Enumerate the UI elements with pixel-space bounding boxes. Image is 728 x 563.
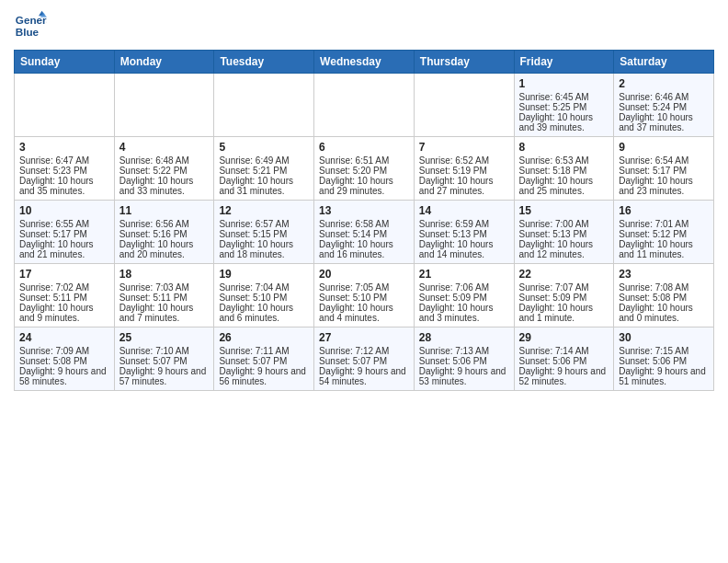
- day-info-line: Sunrise: 7:13 AM: [419, 346, 509, 356]
- day-info-line: Sunrise: 6:57 AM: [219, 219, 309, 229]
- day-info-line: Sunset: 5:13 PM: [419, 229, 509, 239]
- calendar-cell: 16Sunrise: 7:01 AMSunset: 5:12 PMDayligh…: [614, 201, 714, 264]
- calendar-week-3: 10Sunrise: 6:55 AMSunset: 5:17 PMDayligh…: [15, 201, 714, 264]
- day-number: 27: [319, 331, 409, 344]
- calendar-cell: 5Sunrise: 6:49 AMSunset: 5:21 PMDaylight…: [214, 137, 314, 201]
- day-info-line: Daylight: 10 hours and 23 minutes.: [619, 176, 709, 196]
- calendar-cell: 1Sunrise: 6:45 AMSunset: 5:25 PMDaylight…: [514, 74, 614, 137]
- day-number: 13: [319, 204, 409, 217]
- day-info-line: Daylight: 9 hours and 54 minutes.: [319, 366, 409, 386]
- day-info-line: Sunset: 5:18 PM: [519, 166, 609, 176]
- day-info-line: Sunset: 5:08 PM: [19, 356, 109, 366]
- day-info-line: Daylight: 10 hours and 3 minutes.: [419, 303, 509, 323]
- day-info-line: Daylight: 10 hours and 6 minutes.: [219, 303, 309, 323]
- weekday-header-friday: Friday: [514, 51, 614, 74]
- day-info-line: Daylight: 10 hours and 9 minutes.: [19, 303, 109, 323]
- calendar-cell: 7Sunrise: 6:52 AMSunset: 5:19 PMDaylight…: [414, 137, 514, 201]
- day-info-line: Sunset: 5:22 PM: [119, 166, 210, 176]
- day-info-line: Daylight: 10 hours and 39 minutes.: [519, 112, 609, 132]
- day-info-line: Sunset: 5:25 PM: [519, 102, 609, 112]
- day-info-line: Sunrise: 6:56 AM: [119, 219, 210, 229]
- page-header: General Blue: [14, 9, 714, 42]
- calendar-cell: 9Sunrise: 6:54 AMSunset: 5:17 PMDaylight…: [614, 137, 714, 201]
- day-number: 17: [19, 268, 109, 281]
- day-info-line: Daylight: 9 hours and 52 minutes.: [519, 366, 609, 386]
- day-info-line: Sunrise: 6:52 AM: [419, 155, 509, 166]
- day-number: 20: [319, 268, 409, 281]
- day-info-line: Sunset: 5:16 PM: [119, 229, 210, 239]
- day-info-line: Daylight: 10 hours and 7 minutes.: [119, 303, 210, 323]
- calendar-week-5: 24Sunrise: 7:09 AMSunset: 5:08 PMDayligh…: [15, 327, 714, 391]
- day-info-line: Sunrise: 7:15 AM: [619, 346, 709, 356]
- logo: General Blue: [14, 9, 47, 42]
- day-number: 1: [519, 77, 609, 90]
- calendar-cell: 22Sunrise: 7:07 AMSunset: 5:09 PMDayligh…: [514, 264, 614, 327]
- calendar-week-1: 1Sunrise: 6:45 AMSunset: 5:25 PMDaylight…: [15, 74, 714, 137]
- day-info-line: Sunset: 5:10 PM: [319, 293, 409, 303]
- day-info-line: Daylight: 10 hours and 27 minutes.: [419, 176, 509, 196]
- day-info-line: Sunrise: 6:46 AM: [619, 92, 709, 102]
- day-info-line: Daylight: 10 hours and 14 minutes.: [419, 239, 509, 259]
- day-info-line: Sunset: 5:07 PM: [219, 356, 309, 366]
- day-info-line: Daylight: 9 hours and 58 minutes.: [19, 366, 109, 386]
- day-number: 29: [519, 331, 609, 344]
- day-info-line: Sunrise: 6:55 AM: [19, 219, 109, 229]
- day-info-line: Sunrise: 7:06 AM: [419, 282, 509, 293]
- day-info-line: Sunrise: 7:03 AM: [119, 282, 210, 293]
- day-info-line: Sunset: 5:24 PM: [619, 102, 709, 112]
- day-info-line: Daylight: 10 hours and 4 minutes.: [319, 303, 409, 323]
- logo-icon: General Blue: [14, 9, 47, 42]
- calendar-cell: [214, 74, 314, 137]
- weekday-header-thursday: Thursday: [414, 51, 514, 74]
- day-info-line: Sunset: 5:21 PM: [219, 166, 309, 176]
- calendar-cell: 8Sunrise: 6:53 AMSunset: 5:18 PMDaylight…: [514, 137, 614, 201]
- calendar-cell: 24Sunrise: 7:09 AMSunset: 5:08 PMDayligh…: [15, 327, 115, 391]
- day-info-line: Daylight: 10 hours and 25 minutes.: [519, 176, 609, 196]
- day-info-line: Sunrise: 7:10 AM: [119, 346, 210, 356]
- day-info-line: Daylight: 9 hours and 53 minutes.: [419, 366, 509, 386]
- day-info-line: Daylight: 10 hours and 20 minutes.: [119, 239, 210, 259]
- day-info-line: Sunrise: 7:07 AM: [519, 282, 609, 293]
- day-number: 9: [619, 141, 709, 154]
- day-info-line: Sunset: 5:15 PM: [219, 229, 309, 239]
- calendar-cell: 6Sunrise: 6:51 AMSunset: 5:20 PMDaylight…: [314, 137, 415, 201]
- calendar-week-4: 17Sunrise: 7:02 AMSunset: 5:11 PMDayligh…: [15, 264, 714, 327]
- day-number: 26: [219, 331, 309, 344]
- day-number: 24: [19, 331, 109, 344]
- weekday-header-tuesday: Tuesday: [214, 51, 314, 74]
- day-info-line: Sunset: 5:09 PM: [419, 293, 509, 303]
- day-info-line: Daylight: 10 hours and 29 minutes.: [319, 176, 409, 196]
- day-info-line: Daylight: 9 hours and 56 minutes.: [219, 366, 309, 386]
- day-number: 5: [219, 141, 309, 154]
- day-info-line: Sunrise: 6:45 AM: [519, 92, 609, 102]
- weekday-header-sunday: Sunday: [15, 51, 115, 74]
- day-info-line: Sunset: 5:13 PM: [519, 229, 609, 239]
- day-info-line: Sunset: 5:07 PM: [119, 356, 210, 366]
- day-info-line: Sunset: 5:14 PM: [319, 229, 409, 239]
- calendar-cell: 19Sunrise: 7:04 AMSunset: 5:10 PMDayligh…: [214, 264, 314, 327]
- day-info-line: Sunrise: 7:04 AM: [219, 282, 309, 293]
- day-info-line: Sunset: 5:08 PM: [619, 293, 709, 303]
- calendar-cell: 15Sunrise: 7:00 AMSunset: 5:13 PMDayligh…: [514, 201, 614, 264]
- day-info-line: Daylight: 10 hours and 37 minutes.: [619, 112, 709, 132]
- day-info-line: Daylight: 10 hours and 18 minutes.: [219, 239, 309, 259]
- day-info-line: Sunrise: 7:00 AM: [519, 219, 609, 229]
- day-info-line: Daylight: 10 hours and 1 minute.: [519, 303, 609, 323]
- day-number: 10: [19, 204, 109, 217]
- calendar-cell: 23Sunrise: 7:08 AMSunset: 5:08 PMDayligh…: [614, 264, 714, 327]
- day-info-line: Daylight: 10 hours and 31 minutes.: [219, 176, 309, 196]
- calendar-cell: 25Sunrise: 7:10 AMSunset: 5:07 PMDayligh…: [114, 327, 214, 391]
- day-info-line: Sunrise: 7:02 AM: [19, 282, 109, 293]
- day-info-line: Sunset: 5:17 PM: [619, 166, 709, 176]
- day-number: 6: [319, 141, 409, 154]
- day-info-line: Sunset: 5:12 PM: [619, 229, 709, 239]
- day-info-line: Sunrise: 7:12 AM: [319, 346, 409, 356]
- calendar-cell: 21Sunrise: 7:06 AMSunset: 5:09 PMDayligh…: [414, 264, 514, 327]
- day-info-line: Sunset: 5:19 PM: [419, 166, 509, 176]
- weekday-header-saturday: Saturday: [614, 51, 714, 74]
- day-info-line: Sunrise: 6:47 AM: [19, 155, 109, 166]
- calendar-cell: 28Sunrise: 7:13 AMSunset: 5:06 PMDayligh…: [414, 327, 514, 391]
- calendar-cell: 11Sunrise: 6:56 AMSunset: 5:16 PMDayligh…: [114, 201, 214, 264]
- svg-text:Blue: Blue: [16, 26, 40, 38]
- day-number: 2: [619, 77, 709, 90]
